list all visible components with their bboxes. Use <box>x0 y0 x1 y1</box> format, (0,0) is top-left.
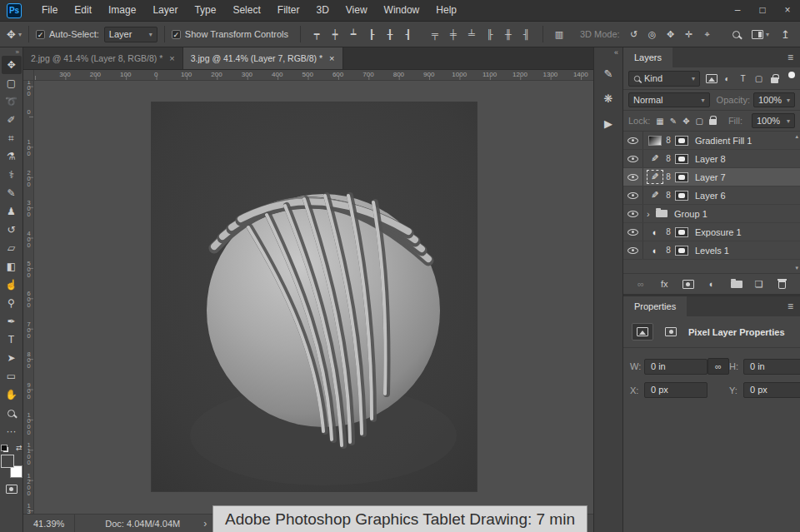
layer-thumbnail[interactable]: ✎ <box>648 153 662 164</box>
menu-image[interactable]: Image <box>100 0 144 21</box>
align-vertical-centers-icon-btn[interactable]: ┿ <box>326 29 344 40</box>
width-field[interactable]: 0 in <box>644 359 708 375</box>
align-top-edges-icon-btn[interactable]: ┯ <box>308 29 326 40</box>
opacity-dropdown[interactable]: 100% ▾ <box>753 92 795 107</box>
move-tool-preset-icon[interactable]: ✥ <box>7 28 16 41</box>
zoom-tool[interactable] <box>2 404 22 422</box>
swap-colors-icon[interactable]: ⇄ <box>16 444 22 452</box>
clone-stamp-tool[interactable]: ♟ <box>2 202 22 221</box>
filter-adjustment-layers-icon-btn[interactable]: ◐ <box>719 71 735 86</box>
menu-select[interactable]: Select <box>224 0 268 21</box>
rectangle-tool[interactable]: ▭ <box>2 367 22 385</box>
menu-layer[interactable]: Layer <box>144 0 186 21</box>
pixel-properties-icon[interactable] <box>632 323 653 341</box>
close-button[interactable]: × <box>775 0 800 21</box>
auto-select-dropdown[interactable]: Layer ▾ <box>104 27 158 42</box>
x-field[interactable]: 0 px <box>644 382 708 398</box>
delete-layer-icon-btn[interactable] <box>775 276 790 291</box>
minimize-button[interactable]: – <box>725 0 750 21</box>
show-transform-checkbox[interactable]: ✓ <box>172 30 181 39</box>
align-right-edges-icon-btn[interactable]: ┨ <box>399 29 418 40</box>
filter-pixel-layers-icon-btn[interactable] <box>703 71 719 86</box>
fill-dropdown[interactable]: 100% ▾ <box>752 113 795 128</box>
horizontal-ruler[interactable]: 3002001000100200300400500600700800900100… <box>34 70 593 80</box>
menu-type[interactable]: Type <box>186 0 224 21</box>
pen-tool[interactable]: ✒ <box>2 312 22 331</box>
brushes-icon-btn[interactable]: ❋ <box>598 88 618 108</box>
menu-3d[interactable]: 3D <box>308 0 337 21</box>
layer-mask-thumbnail[interactable] <box>675 154 688 164</box>
visibility-toggle[interactable] <box>623 241 643 259</box>
mask-link-icon[interactable]: 8 <box>664 136 672 145</box>
visibility-toggle[interactable] <box>623 223 643 241</box>
filter-toggle[interactable] <box>788 72 795 78</box>
layer-row[interactable]: ◐8Exposure 1 <box>623 223 800 241</box>
type-tool[interactable]: T <box>2 331 22 349</box>
panel-menu-icon[interactable]: ≡ <box>781 296 800 316</box>
layer-row[interactable]: ✎8Layer 7 <box>623 168 800 186</box>
visibility-toggle[interactable] <box>623 132 643 149</box>
layer-row[interactable]: ›Group 1 <box>623 205 800 223</box>
search-icon[interactable] <box>732 31 740 38</box>
lock-transparent-pixels-icon-btn[interactable]: ▦ <box>656 117 663 126</box>
edit-toolbar[interactable]: ··· <box>2 422 22 440</box>
filter-smart-objects-icon-btn[interactable] <box>767 71 782 86</box>
brush-settings-icon-btn[interactable]: ✎ <box>598 63 618 83</box>
group-chevron-icon[interactable]: › <box>647 209 653 219</box>
maximize-button[interactable]: □ <box>750 0 775 21</box>
add-layer-mask-icon-btn[interactable] <box>681 276 696 291</box>
menu-filter[interactable]: Filter <box>269 0 308 21</box>
status-menu-chevron-icon[interactable]: › <box>203 518 207 530</box>
default-colors-icon[interactable] <box>1 445 8 452</box>
menu-view[interactable]: View <box>338 0 376 21</box>
mask-properties-icon[interactable] <box>660 323 682 341</box>
path-selection-tool[interactable]: ➤ <box>2 349 22 367</box>
y-field[interactable]: 0 px <box>743 382 800 398</box>
lock-position-icon-btn[interactable]: ✥ <box>682 117 689 126</box>
document-tab[interactable]: 2.jpg @ 41.4% (Layer 8, RGB/8) *× <box>23 47 183 69</box>
3d-slide-icon-btn[interactable]: ✛ <box>680 29 698 40</box>
distribute-horizontal-centers-icon-btn[interactable]: ╫ <box>499 29 518 39</box>
layer-mask-thumbnail[interactable] <box>675 136 688 146</box>
distribute-left-edges-icon-btn[interactable]: ╟ <box>481 29 499 39</box>
layer-style-icon-btn[interactable]: fx <box>657 276 672 291</box>
distribute-vertical-centers-icon-btn[interactable]: ╪ <box>444 29 462 39</box>
move-tool[interactable]: ✥ <box>2 56 22 74</box>
layer-row[interactable]: ◐8Levels 1 <box>623 241 800 260</box>
adjustment-layer-icon[interactable]: ◐ <box>648 227 662 237</box>
new-layer-icon-btn[interactable]: ❏ <box>752 276 767 291</box>
quick-mask-icon[interactable] <box>6 485 18 494</box>
layer-mask-thumbnail[interactable] <box>675 246 688 256</box>
menu-file[interactable]: File <box>33 0 66 21</box>
tab-layers[interactable]: Layers <box>623 47 672 67</box>
layer-mask-thumbnail[interactable] <box>675 227 688 237</box>
auto-select-checkbox[interactable]: ✓ <box>36 30 45 39</box>
adjustment-layer-icon[interactable]: ◐ <box>648 246 662 256</box>
menu-edit[interactable]: Edit <box>66 0 100 21</box>
smudge-tool[interactable]: ☝ <box>2 276 22 294</box>
3d-orbit-icon-btn[interactable]: ↺ <box>625 29 643 40</box>
filter-shape-layers-icon-btn[interactable]: ▢ <box>751 71 767 86</box>
distribute-top-edges-icon-btn[interactable]: ╤ <box>426 29 444 39</box>
share-icon[interactable]: ↥ <box>781 28 790 41</box>
menu-help[interactable]: Help <box>428 0 465 21</box>
height-field[interactable]: 0 in <box>743 359 800 375</box>
rectangular-marquee-tool[interactable]: ▢ <box>2 74 22 92</box>
lasso-tool[interactable]: ➰ <box>2 92 22 111</box>
document-canvas[interactable] <box>152 102 477 491</box>
layer-row[interactable]: 8Gradient Fill 1 <box>623 132 800 150</box>
scroll-down-icon[interactable]: ▾ <box>795 265 798 271</box>
filter-type-layers-icon-btn[interactable]: T <box>735 71 751 86</box>
tab-close-icon[interactable]: × <box>169 53 174 63</box>
3d-roll-icon-btn[interactable]: ◎ <box>643 29 662 40</box>
history-brush-tool[interactable]: ↺ <box>2 221 22 239</box>
vertical-ruler[interactable]: 1000100200300400500600700800900100011001… <box>23 81 34 514</box>
quick-selection-tool[interactable]: ✐ <box>2 111 22 129</box>
layer-row[interactable]: ✎8Layer 6 <box>623 186 800 205</box>
expand-toolbar-icon[interactable]: » <box>16 47 22 56</box>
layer-thumbnail[interactable]: ✎ <box>648 190 662 201</box>
gradient-tool[interactable]: ◧ <box>2 257 22 276</box>
tab-close-icon[interactable]: × <box>329 53 334 63</box>
align-bottom-edges-icon-btn[interactable]: ┷ <box>344 29 362 40</box>
mask-link-icon[interactable]: 8 <box>664 154 672 163</box>
